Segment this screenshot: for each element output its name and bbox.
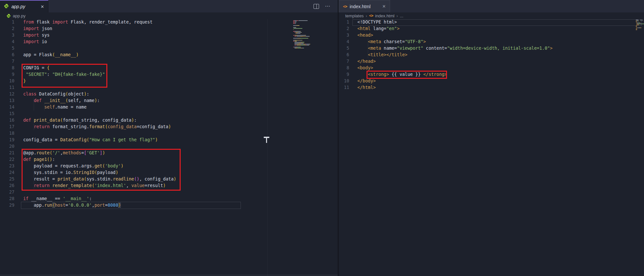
line-number[interactable]: 9 (339, 71, 349, 78)
line-number[interactable]: 6 (0, 52, 14, 58)
code-line[interactable]: 14 self.name = name (0, 104, 338, 111)
line-number[interactable]: 28 (0, 196, 14, 202)
line-number[interactable]: 25 (0, 176, 14, 182)
code-line[interactable]: 9 "SECRET": "DH{fake-fake-fake}" (0, 71, 338, 78)
line-number[interactable]: 18 (0, 130, 14, 137)
line-number[interactable]: 2 (339, 26, 349, 32)
code-text: } (23, 78, 26, 84)
line-number[interactable]: 19 (0, 137, 14, 143)
code-line[interactable]: 5 (0, 45, 338, 52)
line-number[interactable]: 22 (0, 156, 14, 163)
line-number[interactable]: 2 (0, 26, 14, 32)
code-line[interactable]: 17 return format_string.format(config_da… (0, 124, 338, 130)
line-number[interactable]: 7 (0, 58, 14, 65)
code-line[interactable]: 11</html> (339, 84, 644, 91)
code-line[interactable]: 21@app.route('/',methods=['GET']) (0, 150, 338, 156)
line-number[interactable]: 3 (0, 32, 14, 39)
line-number[interactable]: 24 (0, 169, 14, 176)
horizontal-scrollbar[interactable] (0, 274, 338, 276)
code-line[interactable]: 27 (0, 189, 338, 196)
line-number[interactable]: 9 (0, 71, 14, 78)
code-line[interactable]: 2import json (0, 26, 338, 32)
code-line[interactable]: 23 payload = request.args.get('body') (0, 163, 338, 169)
code-line[interactable]: 22def page1(): (0, 156, 338, 163)
close-icon[interactable]: ✕ (382, 4, 386, 9)
code-line[interactable]: 25 result = print_data(sys.stdin.readlin… (0, 176, 338, 182)
line-number[interactable]: 5 (339, 45, 349, 52)
code-line[interactable]: 20 (0, 143, 338, 150)
line-number[interactable]: 4 (339, 39, 349, 45)
tab-label: index.html (349, 4, 370, 9)
line-number[interactable]: 7 (339, 58, 349, 65)
line-number[interactable]: 13 (0, 97, 14, 104)
code-line[interactable]: 8<body> (339, 65, 644, 71)
code-line[interactable]: 3import sys (0, 32, 338, 39)
code-line[interactable]: 28if __name__ == '__main__': (0, 196, 338, 202)
line-number[interactable]: 17 (0, 124, 14, 130)
code-line[interactable]: 12class DataConfig(object): (0, 91, 338, 97)
code-line[interactable]: 1from flask import Flask, render_templat… (0, 19, 338, 26)
code-line[interactable]: 1<!DOCTYPE html> (339, 19, 644, 26)
breadcrumb-item-file[interactable]: index.html (375, 13, 394, 18)
line-number[interactable]: 27 (0, 189, 14, 196)
line-number[interactable]: 20 (0, 143, 14, 150)
line-number[interactable]: 1 (339, 19, 349, 26)
line-number[interactable]: 10 (339, 78, 349, 84)
line-number[interactable]: 26 (0, 182, 14, 189)
line-number[interactable]: 14 (0, 104, 14, 111)
code-line[interactable]: 18 (0, 130, 338, 137)
code-line[interactable]: 15 (0, 111, 338, 117)
code-text: </body> (357, 78, 376, 84)
code-line[interactable]: 11 (0, 84, 338, 91)
code-line[interactable]: 16def print_data(format_string, config_d… (0, 117, 338, 124)
code-line[interactable]: 29 app.run(host='0.0.0.0',port=8080) (0, 202, 338, 209)
code-line[interactable]: 13 def __init__(self, name): (0, 97, 338, 104)
code-line[interactable]: 2<html lang="en"> (339, 26, 644, 32)
split-editor-icon[interactable] (313, 4, 319, 9)
close-icon[interactable]: ✕ (41, 4, 44, 9)
tab-index-html[interactable]: <> index.html ✕ (339, 0, 390, 12)
code-editor-html[interactable]: 1<!DOCTYPE html>2<html lang="en">3<head>… (339, 19, 644, 276)
line-number[interactable]: 29 (0, 202, 14, 209)
line-number[interactable]: 23 (0, 163, 14, 169)
line-number[interactable]: 4 (0, 39, 14, 45)
code-line[interactable]: 26 return render_template('index.html', … (0, 182, 338, 189)
code-line[interactable]: 7</head> (339, 58, 644, 65)
code-line[interactable]: 4 <meta charset="UTF-8"> (339, 39, 644, 45)
code-text: return render_template('index.html', val… (23, 182, 166, 189)
line-number[interactable]: 5 (0, 45, 14, 52)
line-number[interactable]: 6 (339, 52, 349, 58)
code-line[interactable]: 3<head> (339, 32, 644, 39)
code-line[interactable]: 5 <meta name="viewport" content="width=d… (339, 45, 644, 52)
line-number[interactable]: 11 (339, 84, 349, 91)
line-number[interactable]: 16 (0, 117, 14, 124)
code-line[interactable]: 19config_data = DataConfig("How can I ge… (0, 137, 338, 143)
tab-app-py[interactable]: app.py ✕ (0, 0, 48, 12)
line-number[interactable]: 1 (0, 19, 14, 26)
more-actions-icon[interactable]: ⋯ (325, 5, 331, 8)
line-number[interactable]: 12 (0, 91, 14, 97)
html-icon: <> (369, 13, 373, 18)
line-number[interactable]: 8 (339, 65, 349, 71)
line-number[interactable]: 8 (0, 65, 14, 71)
line-number[interactable]: 21 (0, 150, 14, 156)
code-line[interactable]: 6app = Flask(__name__) (0, 52, 338, 58)
code-line[interactable]: 10} (0, 78, 338, 84)
code-line[interactable]: 9 <strong> {{ value }} </strong> (339, 71, 644, 78)
line-number[interactable]: 3 (339, 32, 349, 39)
code-editor-python[interactable]: 1from flask import Flask, render_templat… (0, 19, 338, 276)
code-line[interactable]: 10</body> (339, 78, 644, 84)
line-number[interactable]: 11 (0, 84, 14, 91)
code-line[interactable]: 8CONFIG = { (0, 65, 338, 71)
code-line[interactable]: 7 (0, 58, 338, 65)
code-line[interactable]: 24 sys.stdin = io.StringIO(payload) (0, 169, 338, 176)
breadcrumb-item-file[interactable]: app.py (13, 13, 26, 18)
breadcrumb-item-folder[interactable]: templates (345, 13, 364, 18)
line-number[interactable]: 15 (0, 111, 14, 117)
line-number[interactable]: 10 (0, 78, 14, 84)
code-line[interactable]: 4import io (0, 39, 338, 45)
code-text: if __name__ == '__main__': (23, 196, 92, 202)
code-text: import sys (23, 32, 50, 39)
breadcrumb-item-more[interactable]: ... (400, 13, 403, 18)
code-line[interactable]: 6 <title></title> (339, 52, 644, 58)
